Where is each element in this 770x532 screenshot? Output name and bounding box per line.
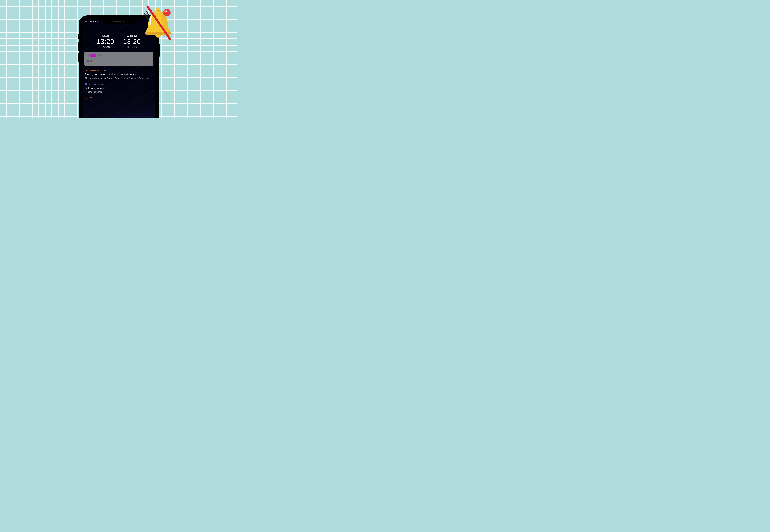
svg-point-0 bbox=[85, 70, 87, 71]
card-title: Test bbox=[87, 59, 151, 63]
clock-local-date: Tue, Oct 3 bbox=[97, 46, 114, 48]
notification-software-update[interactable]: ↓ Software update Software update Update… bbox=[85, 83, 153, 93]
phone-side-button bbox=[78, 34, 79, 39]
carrier-label: M1 | INDOSA bbox=[85, 20, 98, 23]
device-care-time: 13:00 bbox=[101, 69, 106, 72]
device-care-title: Battery deterioration/reduction in perfo… bbox=[85, 73, 153, 76]
badge-count: 1 bbox=[166, 10, 168, 15]
svg-text:!: ! bbox=[86, 98, 87, 99]
redacted-app-name bbox=[90, 54, 96, 57]
gear-icon bbox=[87, 55, 89, 57]
device-care-body: Please visit one of our Support Centers … bbox=[85, 77, 153, 79]
chevron-down-icon[interactable]: ⌄ bbox=[104, 55, 105, 57]
software-update-body: Update postponed. bbox=[85, 91, 153, 93]
chevron-down-icon[interactable]: ⌄ bbox=[107, 69, 109, 72]
device-care-app-label: Device care bbox=[89, 69, 99, 72]
notification-icon-row: ! bbox=[85, 97, 153, 99]
phone-volume-down bbox=[78, 53, 79, 62]
clock-home-time: 13:20 bbox=[123, 38, 141, 45]
clock-local-time: 13:20 bbox=[97, 38, 114, 45]
notification-card-test[interactable]: 12:40 ⌄ Test bbox=[84, 52, 153, 66]
shield-icon: ! bbox=[85, 97, 88, 99]
software-update-app-label: Software update bbox=[89, 83, 103, 85]
phone-power-button bbox=[159, 44, 160, 57]
card-time: 12:40 bbox=[97, 55, 103, 57]
home-icon bbox=[127, 35, 129, 37]
device-care-icon bbox=[85, 69, 87, 72]
bell-icon: 1 bbox=[140, 6, 175, 41]
clock-local-label: Local bbox=[97, 35, 114, 37]
gmail-icon bbox=[90, 97, 92, 99]
software-update-title: Software update bbox=[85, 87, 153, 90]
phone-volume-up bbox=[78, 42, 79, 51]
software-update-icon: ↓ bbox=[85, 83, 87, 85]
clock-home: Home 13:20 Tue, Oct 3 bbox=[123, 35, 141, 48]
clock-home-label: Home bbox=[130, 35, 137, 37]
clock-local: Local 13:20 Tue, Oct 3 bbox=[97, 35, 114, 48]
phone-notch bbox=[102, 19, 135, 24]
speaker-slot bbox=[113, 21, 121, 22]
clock-home-date: Tue, Oct 3 bbox=[123, 46, 141, 48]
front-camera bbox=[123, 21, 125, 22]
notification-device-care[interactable]: Device care 13:00 ⌄ Battery deterioratio… bbox=[85, 69, 153, 79]
muted-bell-illustration: 1 bbox=[140, 6, 175, 41]
